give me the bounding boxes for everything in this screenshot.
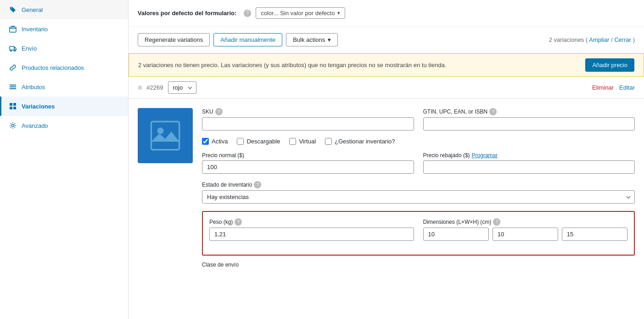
clase-envio-label: Clase de envío [202, 256, 635, 268]
color-select[interactable]: color... Sin valor por defecto ▾ [256, 7, 345, 19]
variation-actions: Eliminar Editar [592, 84, 635, 91]
descargable-checkbox-group: Descargable [237, 138, 280, 145]
dimensiones-help-icon[interactable]: ? [493, 218, 500, 226]
sku-gtin-row: SKU ? GTIN, UPC, EAN, or ISBN ? [202, 108, 635, 131]
svg-rect-8 [13, 103, 16, 106]
regenerate-variations-button[interactable]: Regenerate variations [138, 33, 210, 46]
chevron-down-icon: ▾ [337, 10, 340, 16]
warning-bar: 2 variaciones no tienen precio. Las vari… [129, 53, 644, 77]
sidebar-item-label: Atributos [22, 84, 45, 91]
inventario-row: Estado de inventario ? Hay existencias S… [202, 181, 635, 204]
descargable-label: Descargable [246, 138, 280, 145]
precio-rebajado-label: Precio rebajado ($) Programar [423, 152, 635, 159]
sidebar-item-productos-relacionados[interactable]: Productos relacionados [0, 58, 128, 77]
svg-rect-4 [10, 85, 16, 85]
variation-form: SKU ? GTIN, UPC, EAN, or ISBN ? [202, 108, 635, 270]
sku-input[interactable] [202, 117, 414, 131]
link-icon [9, 63, 17, 72]
variation-main-row: SKU ? GTIN, UPC, EAN, or ISBN ? [138, 108, 635, 270]
sidebar-item-label: General [22, 6, 43, 13]
svg-rect-5 [10, 86, 16, 87]
sidebar-item-label: Productos relacionados [22, 64, 84, 71]
dimension-l-input[interactable] [423, 228, 489, 241]
activa-label: Activa [212, 138, 228, 145]
svg-rect-1 [10, 46, 14, 50]
svg-rect-12 [151, 121, 179, 149]
bulk-actions-label: Bulk actions [293, 36, 325, 43]
peso-dimensiones-section: Peso (kg) ? Dimensiones (L×W×H) (cm) ? [202, 211, 635, 256]
estado-inventario-select[interactable]: Hay existencias Sin existencias Con pedi… [202, 190, 635, 204]
tag-icon [9, 6, 17, 14]
activa-checkbox[interactable] [202, 138, 209, 145]
close-link[interactable]: Cerrar [614, 36, 631, 43]
color-select-text: color... Sin valor por defecto [261, 10, 335, 17]
warning-text: 2 variaciones no tienen precio. Las vari… [138, 62, 446, 68]
sidebar-item-label: Envío [22, 45, 37, 52]
precio-rebajado-input[interactable] [423, 160, 635, 174]
sidebar-item-label: Avanzado [22, 122, 48, 129]
dimension-h-input[interactable] [562, 228, 627, 241]
action-buttons: Regenerate variations Añadir manualmente… [138, 33, 338, 46]
gtin-input[interactable] [423, 117, 635, 131]
dimensiones-label: Dimensiones (L×W×H) (cm) ? [423, 218, 628, 226]
estado-inventario-help-icon[interactable]: ? [254, 181, 261, 188]
gtin-group: GTIN, UPC, EAN, or ISBN ? [423, 108, 635, 131]
grid-icon [9, 102, 17, 110]
add-manual-button[interactable]: Añadir manualmente [213, 33, 282, 46]
peso-label: Peso (kg) ? [209, 218, 414, 226]
gear-icon [9, 121, 17, 130]
gtin-label: GTIN, UPC, EAN, or ISBN ? [423, 108, 635, 115]
chevron-down-icon: ▾ [328, 36, 331, 43]
estado-inventario-label: Estado de inventario ? [202, 181, 635, 188]
sku-help-icon[interactable]: ? [215, 108, 223, 115]
dimensiones-group: Dimensiones (L×W×H) (cm) ? [423, 218, 628, 241]
svg-rect-9 [10, 107, 12, 109]
list-icon [9, 83, 17, 91]
variations-count: 2 variaciones ( Ampliar / Cerrar ) [549, 36, 635, 43]
peso-help-icon[interactable]: ? [235, 218, 242, 226]
checkboxes-row: Activa Descargable Virtual ¿Gestion [202, 138, 635, 145]
precio-normal-input[interactable] [202, 160, 414, 174]
add-price-button[interactable]: Añadir precio [585, 58, 634, 72]
svg-point-13 [157, 128, 164, 134]
expand-link[interactable]: Ampliar [589, 36, 609, 43]
help-icon-toolbar[interactable]: ? [244, 10, 251, 17]
virtual-label: Virtual [299, 138, 316, 145]
peso-input[interactable] [209, 228, 414, 241]
default-values-label: Valores por defecto del formulario: [138, 10, 236, 17]
gtin-help-icon[interactable]: ? [489, 108, 497, 115]
sidebar-item-general[interactable]: General [0, 0, 128, 19]
gestionar-inventario-checkbox-group: ¿Gestionar inventario? [325, 138, 395, 145]
sku-group: SKU ? [202, 108, 414, 131]
prices-row: Precio normal ($) Precio rebajado ($) Pr… [202, 152, 635, 174]
eliminar-button[interactable]: Eliminar [592, 84, 614, 91]
peso-dim-row: Peso (kg) ? Dimensiones (L×W×H) (cm) ? [209, 218, 627, 241]
sidebar-item-variaciones[interactable]: Variaciones [0, 97, 128, 116]
sidebar-item-atributos[interactable]: Atributos [0, 77, 128, 97]
virtual-checkbox-group: Virtual [289, 138, 316, 145]
svg-rect-0 [10, 27, 16, 32]
variation-header: ≡ #2269 rojo Eliminar Editar [129, 77, 644, 99]
sku-label: SKU ? [202, 108, 414, 115]
precio-normal-group: Precio normal ($) [202, 152, 414, 174]
svg-rect-7 [10, 103, 12, 106]
editar-button[interactable]: Editar [619, 84, 635, 91]
action-row: Regenerate variations Añadir manualmente… [129, 27, 644, 53]
variation-color-select[interactable]: rojo [168, 81, 196, 94]
variation-body: SKU ? GTIN, UPC, EAN, or ISBN ? [129, 99, 644, 279]
gestionar-inventario-checkbox[interactable] [325, 138, 332, 145]
svg-rect-6 [10, 88, 16, 89]
dimensions-inputs [423, 228, 628, 241]
sidebar-item-avanzado[interactable]: Avanzado [0, 116, 128, 135]
svg-point-11 [12, 125, 14, 127]
sidebar-item-envio[interactable]: Envío [0, 39, 128, 58]
sidebar-item-inventario[interactable]: Inventario [0, 19, 128, 39]
virtual-checkbox[interactable] [289, 138, 296, 145]
programar-link[interactable]: Programar [472, 152, 498, 159]
drag-handle-icon[interactable]: ≡ [138, 84, 142, 92]
bulk-actions-button[interactable]: Bulk actions ▾ [286, 33, 338, 46]
descargable-checkbox[interactable] [237, 138, 244, 145]
dimension-w-input[interactable] [493, 228, 558, 241]
activa-checkbox-group: Activa [202, 138, 228, 145]
variation-image[interactable] [138, 108, 193, 163]
